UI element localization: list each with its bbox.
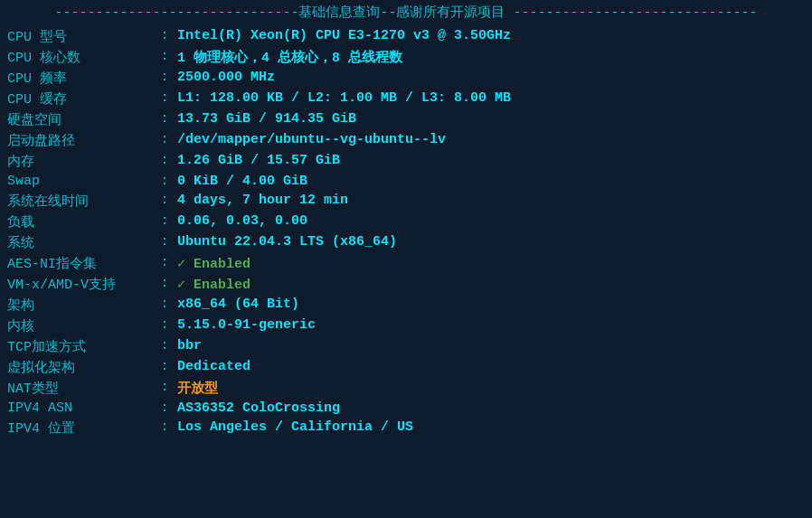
row-value: Ubuntu 22.04.3 LTS (x86_64) [177, 232, 805, 253]
row-value: AS36352 ColoCrossing [177, 399, 805, 418]
row-label: 内存 [7, 151, 152, 172]
row-value: ✓ Enabled [177, 253, 805, 274]
row-colon: : [152, 109, 177, 130]
info-table: CPU 型号:Intel(R) Xeon(R) CPU E3-1270 v3 @… [7, 26, 805, 438]
table-row: CPU 核心数:1 物理核心，4 总核心，8 总线程数 [7, 47, 805, 68]
row-value: 开放型 [177, 378, 805, 399]
table-row: 硬盘空间:13.73 GiB / 914.35 GiB [7, 109, 805, 130]
row-label: 硬盘空间 [7, 109, 152, 130]
row-colon: : [152, 357, 177, 378]
table-row: 系统:Ubuntu 22.04.3 LTS (x86_64) [7, 232, 805, 253]
row-value: L1: 128.00 KB / L2: 1.00 MB / L3: 8.00 M… [177, 89, 805, 109]
row-colon: : [152, 232, 177, 253]
row-value: 0 KiB / 4.00 GiB [177, 172, 805, 191]
table-row: CPU 频率:2500.000 MHz [7, 68, 805, 89]
row-colon: : [152, 47, 177, 68]
row-colon: : [152, 274, 177, 295]
row-value: 1 物理核心，4 总核心，8 总线程数 [177, 47, 805, 68]
title-bar: ------------------------------基础信息查询--感谢… [7, 4, 805, 21]
row-value: 13.73 GiB / 914.35 GiB [177, 109, 805, 130]
table-row: 负载:0.06, 0.03, 0.00 [7, 212, 805, 232]
row-label: IPV4 ASN [7, 399, 152, 418]
row-value: 2500.000 MHz [177, 68, 805, 89]
row-label: CPU 型号 [7, 26, 152, 47]
row-value: 4 days, 7 hour 12 min [177, 191, 805, 212]
table-row: IPV4 位置:Los Angeles / California / US [7, 418, 805, 438]
table-row: 内核:5.15.0-91-generic [7, 316, 805, 336]
table-row: TCP加速方式:bbr [7, 336, 805, 357]
row-value: Dedicated [177, 357, 805, 378]
row-colon: : [152, 89, 177, 109]
title-dashes-left: ------------------------------ [54, 5, 298, 21]
row-label: TCP加速方式 [7, 336, 152, 357]
table-row: 启动盘路径:/dev/mapper/ubuntu--vg-ubuntu--lv [7, 130, 805, 151]
row-label: CPU 缓存 [7, 89, 152, 109]
row-label: CPU 核心数 [7, 47, 152, 68]
terminal-window: ------------------------------基础信息查询--感谢… [0, 0, 812, 442]
table-row: Swap:0 KiB / 4.00 GiB [7, 172, 805, 191]
row-colon: : [152, 316, 177, 336]
row-colon: : [152, 399, 177, 418]
row-label: 架构 [7, 295, 152, 316]
row-value: /dev/mapper/ubuntu--vg-ubuntu--lv [177, 130, 805, 151]
table-row: NAT类型:开放型 [7, 378, 805, 399]
row-value: Intel(R) Xeon(R) CPU E3-1270 v3 @ 3.50GH… [177, 26, 805, 47]
row-label: 内核 [7, 316, 152, 336]
row-value: 5.15.0-91-generic [177, 316, 805, 336]
row-label: VM-x/AMD-V支持 [7, 274, 152, 295]
title-dashes-right: ------------------------------ [514, 5, 758, 21]
row-colon: : [152, 191, 177, 212]
table-row: 系统在线时间:4 days, 7 hour 12 min [7, 191, 805, 212]
row-colon: : [152, 130, 177, 151]
row-colon: : [152, 212, 177, 232]
row-label: AES-NI指令集 [7, 253, 152, 274]
row-label: 系统在线时间 [7, 191, 152, 212]
title-text: 基础信息查询--感谢所有开源项目 [298, 5, 505, 21]
table-row: VM-x/AMD-V支持:✓ Enabled [7, 274, 805, 295]
table-row: IPV4 ASN:AS36352 ColoCrossing [7, 399, 805, 418]
row-colon: : [152, 336, 177, 357]
table-row: CPU 缓存:L1: 128.00 KB / L2: 1.00 MB / L3:… [7, 89, 805, 109]
row-colon: : [152, 295, 177, 316]
row-value: x86_64 (64 Bit) [177, 295, 805, 316]
row-value: bbr [177, 336, 805, 357]
row-colon: : [152, 418, 177, 438]
row-value: 1.26 GiB / 15.57 GiB [177, 151, 805, 172]
row-label: Swap [7, 172, 152, 191]
row-label: 虚拟化架构 [7, 357, 152, 378]
row-colon: : [152, 151, 177, 172]
row-label: 负载 [7, 212, 152, 232]
table-row: 内存:1.26 GiB / 15.57 GiB [7, 151, 805, 172]
row-value: 0.06, 0.03, 0.00 [177, 212, 805, 232]
row-label: 启动盘路径 [7, 130, 152, 151]
row-value: ✓ Enabled [177, 274, 805, 295]
table-row: 架构:x86_64 (64 Bit) [7, 295, 805, 316]
row-colon: : [152, 253, 177, 274]
table-row: 虚拟化架构:Dedicated [7, 357, 805, 378]
row-colon: : [152, 172, 177, 191]
row-label: CPU 频率 [7, 68, 152, 89]
row-colon: : [152, 68, 177, 89]
row-value: Los Angeles / California / US [177, 418, 805, 438]
table-row: CPU 型号:Intel(R) Xeon(R) CPU E3-1270 v3 @… [7, 26, 805, 47]
row-label: IPV4 位置 [7, 418, 152, 438]
row-label: NAT类型 [7, 378, 152, 399]
row-label: 系统 [7, 232, 152, 253]
row-colon: : [152, 378, 177, 399]
table-row: AES-NI指令集:✓ Enabled [7, 253, 805, 274]
row-colon: : [152, 26, 177, 47]
